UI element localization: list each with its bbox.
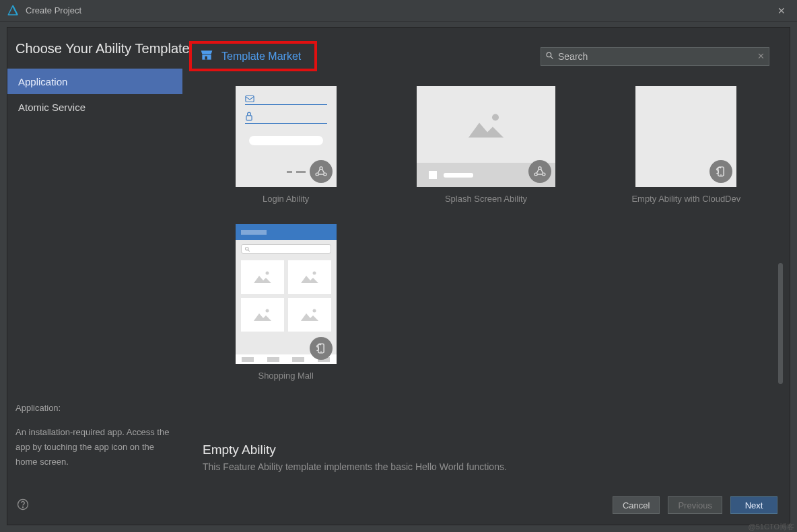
- template-label: Login Ability: [263, 194, 309, 204]
- share-badge-icon: [310, 160, 333, 183]
- sidebar-item-application[interactable]: Application: [7, 69, 182, 94]
- search-input[interactable]: [558, 51, 753, 62]
- cloud-badge-icon: [310, 337, 333, 360]
- sidebar: Choose Your Ability Template Application…: [7, 28, 182, 492]
- svg-line-16: [248, 250, 249, 251]
- svg-point-2: [547, 52, 551, 57]
- app-logo-icon: [7, 5, 19, 17]
- svg-point-12: [543, 173, 545, 176]
- svg-rect-4: [246, 96, 254, 102]
- svg-line-3: [551, 56, 553, 59]
- search-icon: [545, 51, 554, 62]
- svg-point-8: [323, 173, 326, 176]
- template-card-empty-ability-clouddev[interactable]: Empty Ability with CloudDev: [617, 86, 756, 204]
- selected-template-title: Empty Ability: [203, 443, 763, 457]
- svg-point-7: [316, 173, 318, 176]
- page-heading: Choose Your Ability Template: [15, 41, 174, 56]
- main-area: Template Market ✕: [182, 28, 790, 492]
- template-grid: Login Ability: [189, 86, 769, 381]
- template-label: Shopping Mall: [258, 371, 313, 381]
- watermark: @51CTO博客: [749, 522, 794, 532]
- svg-point-11: [534, 173, 537, 176]
- image-placeholder-icon: [467, 112, 505, 141]
- svg-point-17: [265, 272, 269, 275]
- svg-point-6: [320, 167, 322, 169]
- market-icon: [200, 49, 213, 63]
- sidebar-item-label: Application: [18, 76, 67, 87]
- template-card-shopping-mall[interactable]: Shopping Mall: [216, 224, 355, 381]
- sidebar-description: Application: An installation-required ap…: [7, 401, 182, 479]
- svg-point-18: [312, 272, 316, 275]
- close-icon[interactable]: ✕: [773, 5, 790, 16]
- main-panel: Choose Your Ability Template Application…: [7, 27, 790, 525]
- cloud-badge-icon: [709, 160, 732, 183]
- svg-point-24: [23, 506, 24, 507]
- svg-point-10: [539, 167, 541, 169]
- selected-template-text: This Feature Ability template implements…: [203, 461, 763, 472]
- svg-rect-5: [246, 116, 252, 120]
- template-label: Splash Screen Ability: [445, 194, 527, 204]
- sidebar-item-atomic-service[interactable]: Atomic Service: [7, 94, 182, 120]
- share-badge-icon: [528, 160, 551, 183]
- selected-template-description: Empty Ability This Feature Ability templ…: [203, 443, 763, 472]
- next-button[interactable]: Next: [730, 496, 777, 514]
- search-box[interactable]: ✕: [541, 47, 769, 66]
- svg-point-19: [265, 309, 269, 313]
- title-bar: Create Project ✕: [0, 0, 797, 22]
- help-icon[interactable]: [17, 498, 29, 512]
- window-title: Create Project: [26, 5, 773, 15]
- cancel-button[interactable]: Cancel: [613, 496, 660, 514]
- svg-rect-1: [205, 56, 207, 60]
- clear-search-icon[interactable]: ✕: [757, 51, 765, 61]
- svg-point-9: [492, 114, 499, 121]
- sidebar-item-label: Atomic Service: [18, 102, 85, 113]
- template-card-splash-screen-ability[interactable]: Splash Screen Ability: [416, 86, 555, 204]
- scrollbar[interactable]: [778, 263, 783, 384]
- template-label: Empty Ability with CloudDev: [631, 194, 740, 204]
- sidebar-description-body: An installation-required app. Access the…: [15, 425, 174, 469]
- sidebar-description-label: Application:: [15, 401, 174, 416]
- template-market-button[interactable]: Template Market: [189, 41, 317, 71]
- template-card-login-ability[interactable]: Login Ability: [216, 86, 355, 204]
- template-market-label: Template Market: [221, 50, 301, 63]
- svg-point-20: [312, 309, 316, 313]
- footer: Cancel Previous Next: [7, 492, 790, 525]
- svg-point-15: [245, 247, 248, 250]
- previous-button[interactable]: Previous: [668, 496, 722, 514]
